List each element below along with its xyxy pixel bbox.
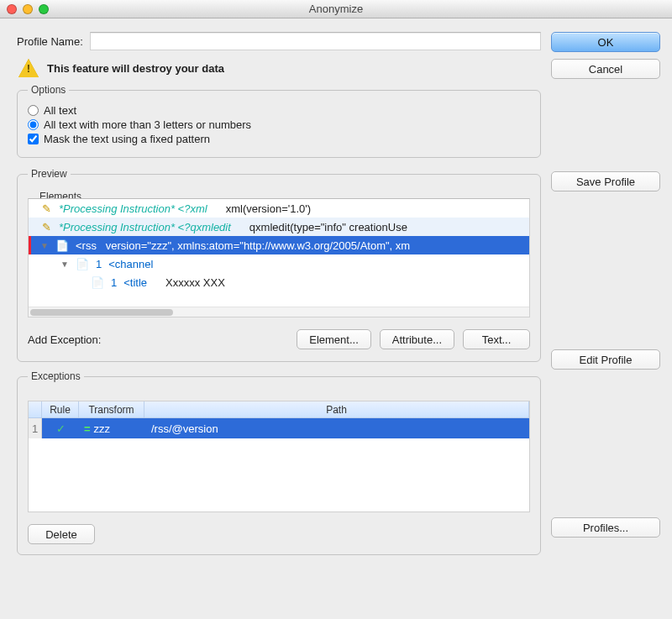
- cancel-button[interactable]: Cancel: [551, 59, 660, 79]
- warning-icon: [18, 59, 39, 77]
- traffic-lights: [7, 4, 49, 14]
- col-rule[interactable]: Rule: [42, 401, 79, 417]
- edit-profile-button[interactable]: Edit Profile: [551, 349, 660, 370]
- option-all-text-label: All text: [44, 104, 76, 117]
- option-all-text-more-label: All text with more than 3 letters or num…: [44, 118, 251, 131]
- disclosure-open-icon[interactable]: ▼: [60, 260, 69, 269]
- option-mask-fixed[interactable]: Mask the text using a fixed pattern: [28, 133, 530, 145]
- tree-index: 1: [96, 258, 102, 270]
- radio-all-text-more[interactable]: [28, 119, 39, 130]
- col-transform[interactable]: Transform: [79, 401, 144, 417]
- tree-rest-text: Xxxxxx XXX: [165, 276, 225, 289]
- transform-value: zzz: [94, 422, 111, 435]
- tree-row-pi-xml[interactable]: ✎ *Processing Instruction* <?xml xml(ver…: [29, 199, 529, 218]
- check-icon: ✓: [56, 422, 66, 435]
- tree-row-channel[interactable]: ▼ 📄 1 <channel: [29, 254, 529, 273]
- zoom-window-button[interactable]: [39, 4, 49, 14]
- delete-exception-button[interactable]: Delete: [28, 524, 95, 544]
- options-group: Options All text All text with more than…: [17, 84, 541, 158]
- save-profile-button[interactable]: Save Profile: [551, 171, 660, 191]
- tree-rest-text: qxmledit(type="info" creationUse: [249, 221, 407, 233]
- ok-button[interactable]: OK: [551, 32, 660, 52]
- element-icon: 📄: [91, 276, 104, 289]
- tree-tag: <rss: [76, 239, 97, 252]
- preview-group: Preview Elements ✎ *Processing Instructi…: [17, 168, 541, 362]
- option-mask-fixed-label: Mask the text using a fixed pattern: [44, 133, 210, 145]
- add-text-exception-button[interactable]: Text...: [463, 329, 530, 349]
- tree-tag: <title: [123, 276, 147, 289]
- row-index: 1: [29, 418, 42, 438]
- minimize-window-button[interactable]: [23, 4, 33, 14]
- exceptions-header: Rule Transform Path: [29, 401, 529, 418]
- options-legend: Options: [28, 84, 69, 96]
- tree-rest-text: version="zzz", xmlns:atom="http://www.w3…: [106, 239, 410, 252]
- warning-row: This feature will destroy your data: [17, 59, 541, 77]
- radio-all-text[interactable]: [28, 105, 39, 116]
- tree-index: 1: [111, 276, 117, 289]
- profile-name-label: Profile Name:: [17, 35, 83, 48]
- elements-tree[interactable]: ✎ *Processing Instruction* <?xml xml(ver…: [28, 198, 530, 317]
- element-icon: 📄: [55, 239, 69, 252]
- tree-row-rss[interactable]: ▼ 📄 <rss version="zzz", xmlns:atom="http…: [29, 236, 529, 254]
- exceptions-group: Exceptions Rule Transform Path 1 ✓ =zzz …: [17, 370, 541, 555]
- add-element-exception-button[interactable]: Element...: [297, 329, 371, 349]
- profile-name-row: Profile Name:: [17, 32, 541, 50]
- tree-row-title[interactable]: 📄 1 <title Xxxxxx XXX: [29, 273, 529, 291]
- tree-row-pi-qxmledit[interactable]: ✎ *Processing Instruction* <?qxmledit qx…: [29, 218, 529, 236]
- col-blank: [29, 401, 42, 417]
- equals-icon: =: [84, 422, 91, 435]
- option-all-text-more[interactable]: All text with more than 3 letters or num…: [28, 118, 530, 131]
- transform-cell: =zzz: [79, 422, 144, 435]
- tree-rest-text: xml(version='1.0'): [226, 202, 311, 215]
- profiles-button[interactable]: Profiles...: [551, 517, 660, 538]
- tree-pi-text: *Processing Instruction* <?xml: [59, 202, 207, 215]
- close-window-button[interactable]: [7, 4, 17, 14]
- pi-icon: ✎: [40, 221, 52, 233]
- option-all-text[interactable]: All text: [28, 104, 530, 117]
- tree-tag: <channel: [108, 258, 153, 270]
- warning-text: This feature will destroy your data: [47, 62, 224, 75]
- exceptions-row[interactable]: 1 ✓ =zzz /rss/@version: [29, 418, 529, 438]
- scrollbar-thumb[interactable]: [30, 309, 173, 316]
- exceptions-table[interactable]: Rule Transform Path 1 ✓ =zzz /rss/@versi…: [28, 401, 530, 512]
- pi-icon: ✎: [40, 202, 52, 215]
- exceptions-legend: Exceptions: [28, 370, 84, 382]
- elements-hscrollbar[interactable]: [29, 307, 529, 317]
- disclosure-open-icon[interactable]: ▼: [40, 241, 49, 250]
- tree-pi-text: *Processing Instruction* <?qxmledit: [59, 221, 231, 233]
- check-mask-fixed[interactable]: [28, 134, 39, 144]
- col-path[interactable]: Path: [144, 401, 529, 417]
- rule-cell: ✓: [42, 422, 79, 435]
- profile-name-input[interactable]: [90, 32, 541, 50]
- add-attribute-exception-button[interactable]: Attribute...: [380, 329, 454, 349]
- window-title: Anonymize: [0, 3, 672, 15]
- path-cell: /rss/@version: [144, 422, 529, 435]
- add-exception-label: Add Exception:: [28, 333, 101, 346]
- preview-legend: Preview: [28, 168, 71, 180]
- titlebar: Anonymize: [0, 0, 672, 18]
- element-icon: 📄: [76, 258, 89, 270]
